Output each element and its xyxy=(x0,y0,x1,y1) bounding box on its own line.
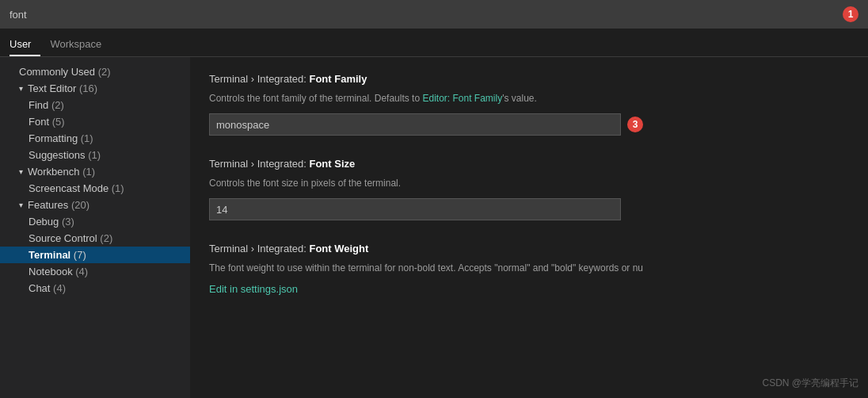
setting-font-weight-description: The font weight to use within the termin… xyxy=(209,261,849,275)
setting-font-weight: Terminal › Integrated: Font Weight The f… xyxy=(209,243,849,295)
search-bar: 1 xyxy=(0,0,868,29)
sidebar-item-source-control[interactable]: Source Control (2) xyxy=(0,230,190,247)
setting-font-family-description: Controls the font family of the terminal… xyxy=(209,91,849,105)
setting-font-weight-title: Terminal › Integrated: Font Weight xyxy=(209,243,849,254)
tab-user[interactable]: User xyxy=(10,33,40,56)
sidebar-item-terminal[interactable]: Terminal (7) xyxy=(0,247,190,263)
settings-content: Terminal › Integrated: Font Family Contr… xyxy=(190,57,868,398)
chevron-down-icon: ▾ xyxy=(19,167,23,176)
chevron-down-icon: ▾ xyxy=(19,84,23,93)
setting-font-size-title: Terminal › Integrated: Font Size xyxy=(209,158,849,170)
setting-font-family: Terminal › Integrated: Font Family Contr… xyxy=(209,73,849,136)
font-family-badge: 3 xyxy=(627,117,643,132)
sidebar-item-chat[interactable]: Chat (4) xyxy=(0,280,190,297)
chevron-down-icon: ▾ xyxy=(19,201,23,209)
sidebar-item-suggestions[interactable]: Suggestions (1) xyxy=(0,147,190,163)
font-size-input[interactable] xyxy=(216,204,614,216)
tab-workspace[interactable]: Workspace xyxy=(50,33,111,56)
setting-font-size: Terminal › Integrated: Font Size Control… xyxy=(209,158,849,220)
sidebar-item-find[interactable]: Find (2) xyxy=(0,97,190,113)
sidebar: Commonly Used (2) ▾ Text Editor (16) Fin… xyxy=(0,57,190,398)
edit-in-settings-link[interactable]: Edit in settings.json xyxy=(209,283,298,295)
search-input[interactable] xyxy=(10,9,836,21)
sidebar-item-screencast-mode[interactable]: Screencast Mode (1) xyxy=(0,180,190,197)
sidebar-item-formatting[interactable]: Formatting (1) xyxy=(0,130,190,147)
sidebar-item-font[interactable]: Font (5) xyxy=(0,113,190,130)
tabs-container: User Workspace xyxy=(0,29,868,57)
setting-font-family-title: Terminal › Integrated: Font Family xyxy=(209,73,849,85)
main-layout: Commonly Used (2) ▾ Text Editor (16) Fin… xyxy=(0,57,868,398)
watermark: CSDN @学亮编程手记 xyxy=(762,377,858,390)
font-family-input[interactable] xyxy=(216,119,614,131)
setting-font-size-description: Controls the font size in pixels of the … xyxy=(209,176,849,190)
font-family-input-container xyxy=(209,113,621,136)
editor-font-family-link[interactable]: Editor: Font Family xyxy=(422,93,502,104)
sidebar-item-notebook[interactable]: Notebook (4) xyxy=(0,263,190,280)
search-badge: 1 xyxy=(843,6,858,22)
sidebar-item-workbench[interactable]: ▾ Workbench (1) xyxy=(0,163,190,180)
sidebar-item-features[interactable]: ▾ Features (20) xyxy=(0,197,190,213)
sidebar-item-commonly-used[interactable]: Commonly Used (2) xyxy=(0,63,190,80)
sidebar-item-text-editor[interactable]: ▾ Text Editor (16) xyxy=(0,80,190,97)
sidebar-item-debug[interactable]: Debug (3) xyxy=(0,213,190,230)
font-size-input-container xyxy=(209,198,621,220)
